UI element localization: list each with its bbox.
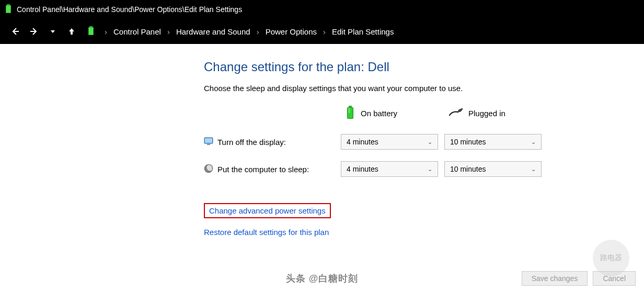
svg-rect-13 bbox=[207, 144, 210, 145]
page-title: Change settings for the plan: Dell bbox=[204, 60, 644, 74]
svg-rect-5 bbox=[89, 28, 93, 35]
on-battery-label: On battery bbox=[361, 109, 397, 118]
plug-icon bbox=[448, 108, 463, 119]
recent-dropdown-icon[interactable] bbox=[46, 25, 60, 38]
chevron-right-icon[interactable]: › bbox=[167, 27, 170, 36]
chevron-right-icon[interactable]: › bbox=[105, 27, 107, 36]
save-button[interactable]: Save changes bbox=[522, 271, 588, 286]
forward-button[interactable] bbox=[27, 25, 41, 38]
on-battery-header: On battery bbox=[341, 105, 444, 121]
svg-rect-12 bbox=[205, 138, 212, 143]
sleep-label: Put the computer to sleep: bbox=[217, 165, 309, 174]
svg-rect-6 bbox=[349, 106, 352, 107]
change-advanced-link[interactable]: Change advanced power settings bbox=[204, 203, 331, 218]
chevron-right-icon[interactable]: › bbox=[323, 27, 326, 36]
svg-rect-0 bbox=[7, 4, 10, 5]
sleep-plugged-dropdown[interactable]: 10 minutes ⌄ bbox=[444, 161, 542, 177]
svg-point-9 bbox=[348, 107, 350, 114]
title-bar: Control Panel\Hardware and Sound\Power O… bbox=[0, 0, 644, 19]
breadcrumb-power-options[interactable]: Power Options bbox=[266, 27, 317, 36]
display-off-label: Turn off the display: bbox=[217, 138, 286, 147]
breadcrumb-control-panel[interactable]: Control Panel bbox=[113, 27, 161, 36]
chevron-down-icon: ⌄ bbox=[428, 139, 432, 146]
chevron-down-icon: ⌄ bbox=[531, 139, 536, 146]
monitor-icon bbox=[204, 137, 213, 148]
svg-rect-3 bbox=[89, 26, 93, 27]
nav-bar: › Control Panel › Hardware and Sound › P… bbox=[0, 19, 644, 44]
setting-row-display: Turn off the display: 4 minutes ⌄ 10 min… bbox=[204, 134, 644, 150]
plugged-in-label: Plugged in bbox=[468, 109, 505, 118]
battery-icon bbox=[345, 105, 355, 121]
setting-row-sleep: Put the computer to sleep: 4 minutes ⌄ 1… bbox=[204, 161, 644, 177]
svg-rect-2 bbox=[6, 6, 10, 13]
plugged-in-header: Plugged in bbox=[444, 105, 548, 121]
sleep-plugged-value: 10 minutes bbox=[450, 165, 486, 173]
footer-buttons: Save changes Cancel bbox=[513, 266, 644, 291]
chevron-down-icon: ⌄ bbox=[531, 166, 536, 173]
battery-icon bbox=[4, 4, 13, 16]
breadcrumb-hardware-sound[interactable]: Hardware and Sound bbox=[176, 27, 250, 36]
battery-icon bbox=[87, 26, 95, 38]
up-button[interactable] bbox=[65, 25, 78, 38]
display-off-battery-value: 4 minutes bbox=[347, 138, 378, 146]
watermark-text: 头条 @白糖时刻 bbox=[286, 272, 359, 285]
breadcrumb-edit-plan[interactable]: Edit Plan Settings bbox=[332, 27, 394, 36]
chevron-down-icon: ⌄ bbox=[428, 166, 432, 173]
display-off-battery-dropdown[interactable]: 4 minutes ⌄ bbox=[341, 134, 438, 150]
display-off-plugged-value: 10 minutes bbox=[450, 138, 486, 146]
sleep-battery-dropdown[interactable]: 4 minutes ⌄ bbox=[341, 161, 438, 177]
chevron-right-icon[interactable]: › bbox=[257, 27, 259, 36]
main-content: Change settings for the plan: Dell Choos… bbox=[0, 44, 644, 246]
back-button[interactable] bbox=[8, 25, 22, 38]
window-title-path: Control Panel\Hardware and Sound\Power O… bbox=[17, 5, 242, 14]
restore-defaults-link[interactable]: Restore default settings for this plan bbox=[204, 228, 329, 237]
column-headers: On battery Plugged in bbox=[204, 105, 644, 121]
cancel-button[interactable]: Cancel bbox=[593, 271, 636, 286]
sleep-battery-value: 4 minutes bbox=[347, 165, 378, 173]
moon-icon bbox=[204, 164, 213, 175]
display-off-plugged-dropdown[interactable]: 10 minutes ⌄ bbox=[444, 134, 542, 150]
page-description: Choose the sleep and display settings th… bbox=[204, 84, 644, 93]
